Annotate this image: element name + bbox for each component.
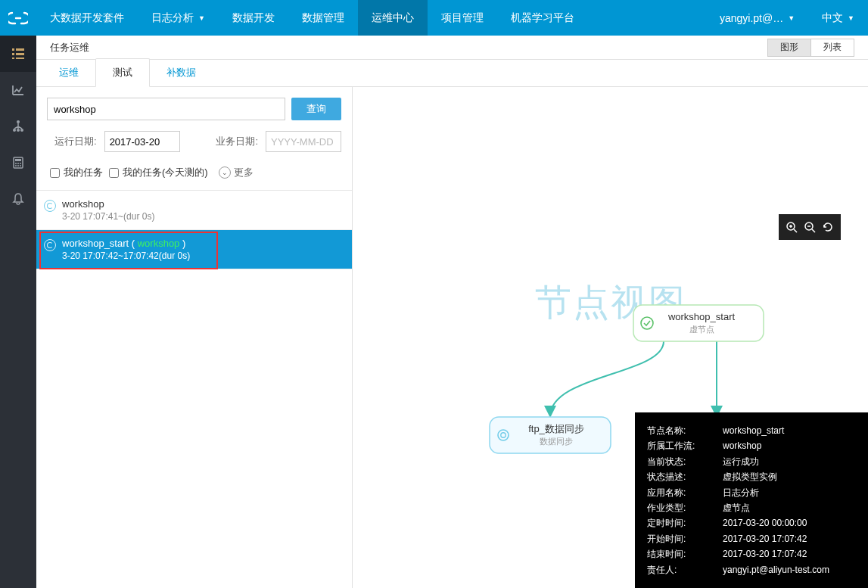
info-value: 日志分析 xyxy=(723,485,856,500)
svg-point-14 xyxy=(20,163,21,164)
caret-down-icon: ▼ xyxy=(198,14,205,22)
user-label: yangyi.pt@… xyxy=(720,12,783,24)
logo[interactable] xyxy=(0,0,36,36)
canvas-toolbar xyxy=(779,214,841,240)
sidebar-chart-icon[interactable] xyxy=(0,72,36,108)
biz-date-input[interactable] xyxy=(266,131,341,152)
svg-rect-5 xyxy=(16,58,24,59)
info-label: 当前状态: xyxy=(647,454,723,469)
info-value: yangyi.pt@aliyun-test.com xyxy=(723,562,856,577)
run-date-input[interactable] xyxy=(104,131,180,152)
product-name[interactable]: 大数据开发套件 xyxy=(36,0,138,36)
info-value: 2017-03-20 17:07:42 xyxy=(723,531,856,546)
svg-rect-3 xyxy=(16,53,24,55)
view-toggle: 图形 列表 xyxy=(767,39,854,57)
view-graph-button[interactable]: 图形 xyxy=(767,39,811,57)
run-date-label: 运行日期: xyxy=(54,135,97,148)
tab-backfill[interactable]: 补数据 xyxy=(150,59,213,86)
sidebar-calc-icon[interactable] xyxy=(0,145,36,181)
nav-data-dev[interactable]: 数据开发 xyxy=(219,0,288,36)
tabs-row: 运维 测试 补数据 xyxy=(36,60,868,87)
svg-point-6 xyxy=(17,120,20,123)
info-label: 定时时间: xyxy=(647,515,723,530)
svg-point-8 xyxy=(17,129,20,132)
svg-point-13 xyxy=(17,163,19,164)
checkbox-icon[interactable] xyxy=(109,168,119,178)
svg-rect-11 xyxy=(15,159,21,161)
checkbox-icon[interactable] xyxy=(50,168,60,178)
my-tasks-today-label: 我的任务(今天测的) xyxy=(123,166,208,179)
left-sidebar xyxy=(0,36,36,588)
my-tasks-label: 我的任务 xyxy=(64,166,103,179)
nav-ml-platform[interactable]: 机器学习平台 xyxy=(497,0,588,36)
nav-data-mgmt[interactable]: 数据管理 xyxy=(288,0,358,36)
svg-rect-0 xyxy=(12,48,14,51)
right-panel: 节点视图 xyxy=(353,87,868,588)
lang-dropdown[interactable]: 中文 ▼ xyxy=(808,0,868,36)
task-list: workshop 3-20 17:07:41~(dur 0s) workshop… xyxy=(36,190,352,588)
tab-test[interactable]: 测试 xyxy=(95,58,150,87)
user-dropdown[interactable]: yangyi.pt@… ▼ xyxy=(706,0,808,36)
svg-text:workshop_start: workshop_start xyxy=(667,311,735,322)
info-value: workshop_start xyxy=(723,423,856,438)
biz-date-label: 业务日期: xyxy=(216,135,258,148)
info-value: workshop xyxy=(723,438,856,453)
svg-point-16 xyxy=(17,165,19,166)
info-label: 节点名称: xyxy=(647,423,723,438)
nav-project-mgmt[interactable]: 项目管理 xyxy=(428,0,497,36)
info-value: 2017-03-20 00:00:00 xyxy=(723,515,856,530)
sidebar-bell-icon[interactable] xyxy=(0,181,36,217)
status-running-icon xyxy=(44,200,56,212)
svg-point-17 xyxy=(20,165,21,166)
project-dropdown[interactable]: 日志分析 ▼ xyxy=(138,0,219,36)
lang-label: 中文 xyxy=(822,11,843,25)
top-navbar: 大数据开发套件 日志分析 ▼ 数据开发 数据管理 运维中心 项目管理 机器学习平… xyxy=(0,0,868,36)
view-list-button[interactable]: 列表 xyxy=(810,39,854,57)
my-tasks-today-checkbox[interactable]: 我的任务(今天测的) xyxy=(109,166,208,179)
graph-node-root[interactable]: workshop_start 虚节点 xyxy=(633,305,764,341)
info-value: 虚节点 xyxy=(723,500,856,515)
content-area: 查询 运行日期: 业务日期: 我的任务 我的任务(今天测 xyxy=(36,87,868,588)
info-label: 责任人: xyxy=(647,562,723,577)
nav-ops-center[interactable]: 运维中心 xyxy=(358,0,428,36)
task-title: workshop xyxy=(62,198,344,210)
svg-rect-2 xyxy=(12,53,14,55)
left-panel: 查询 运行日期: 业务日期: 我的任务 我的任务(今天测 xyxy=(36,87,353,588)
graph-node-left[interactable]: ftp_数据同步 数据同步 xyxy=(490,417,611,453)
my-tasks-checkbox[interactable]: 我的任务 xyxy=(50,166,103,179)
info-value: 2017-03-20 17:07:42 xyxy=(723,546,856,562)
node-info-panel: 节点名称:workshop_start 所属工作流:workshop 当前状态:… xyxy=(635,412,868,588)
task-item-selected[interactable]: workshop_start ( workshop ) 3-20 17:07:4… xyxy=(36,230,352,269)
search-button[interactable]: 查询 xyxy=(291,98,341,120)
svg-rect-1 xyxy=(16,48,24,51)
sidebar-list-icon[interactable] xyxy=(0,36,36,72)
info-value: 运行成功 xyxy=(723,454,856,469)
tab-ops[interactable]: 运维 xyxy=(42,59,95,86)
zoom-in-button[interactable] xyxy=(782,218,801,236)
svg-point-7 xyxy=(13,129,16,132)
info-value: 虚拟类型实例 xyxy=(723,469,856,484)
sidebar-tree-icon[interactable] xyxy=(0,108,36,145)
info-label: 应用名称: xyxy=(647,485,723,500)
zoom-out-button[interactable] xyxy=(801,218,819,236)
main-area: 任务运维 图形 列表 运维 测试 补数据 查询 运行日期: 业务日期: xyxy=(36,36,868,588)
status-running-icon xyxy=(44,239,56,251)
info-label: 开始时间: xyxy=(647,531,723,546)
info-label: 结束时间: xyxy=(647,546,723,562)
task-subtitle: 3-20 17:07:41~(dur 0s) xyxy=(62,211,344,222)
task-subtitle: 3-20 17:07:42~17:07:42(dur 0s) xyxy=(62,250,344,261)
svg-point-15 xyxy=(15,165,17,166)
chevron-down-icon: ⌄ xyxy=(219,166,231,179)
task-item[interactable]: workshop 3-20 17:07:41~(dur 0s) xyxy=(36,191,352,230)
svg-point-12 xyxy=(15,163,17,164)
more-label: 更多 xyxy=(234,166,254,179)
caret-down-icon: ▼ xyxy=(848,14,854,22)
info-label: 所属工作流: xyxy=(647,438,723,453)
search-input[interactable] xyxy=(47,98,285,120)
svg-rect-4 xyxy=(12,58,14,59)
logo-icon xyxy=(8,11,28,25)
breadcrumb-bar: 任务运维 图形 列表 xyxy=(36,36,868,60)
refresh-button[interactable] xyxy=(819,218,837,236)
more-toggle[interactable]: ⌄ 更多 xyxy=(219,166,254,179)
svg-text:虚节点: 虚节点 xyxy=(689,325,714,334)
